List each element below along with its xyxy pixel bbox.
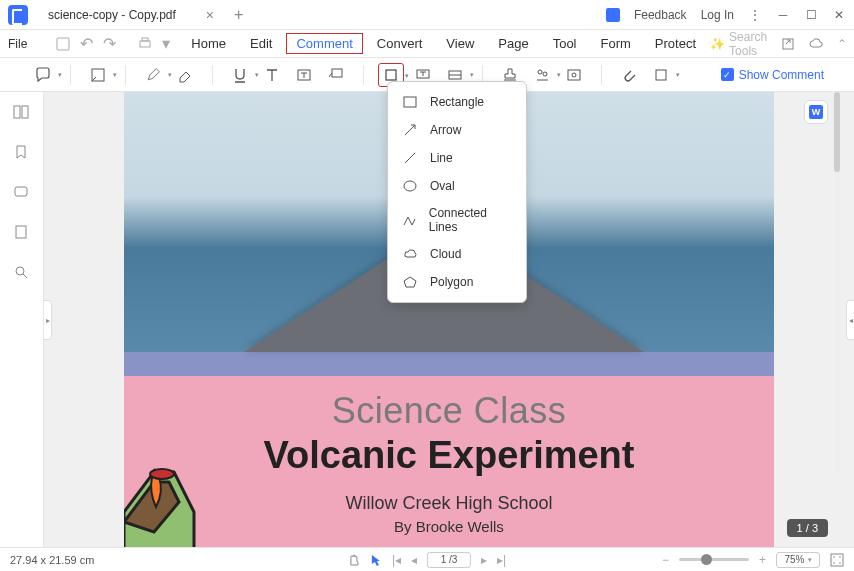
menu-view[interactable]: View bbox=[436, 33, 484, 54]
page-dimensions-label: 27.94 x 21.59 cm bbox=[10, 554, 94, 566]
svg-point-24 bbox=[833, 556, 835, 558]
menu-edit[interactable]: Edit bbox=[240, 33, 282, 54]
cloud-icon[interactable] bbox=[809, 37, 823, 51]
link-tool[interactable] bbox=[561, 63, 587, 87]
menu-comment[interactable]: Comment bbox=[286, 33, 362, 54]
prev-page-icon[interactable]: ◂ bbox=[411, 553, 417, 567]
highlight-tool[interactable] bbox=[85, 63, 111, 87]
svg-rect-16 bbox=[22, 106, 28, 118]
right-panel-handle[interactable]: ◂ bbox=[846, 300, 854, 340]
fit-page-icon[interactable] bbox=[830, 553, 844, 567]
svg-point-19 bbox=[16, 267, 24, 275]
svg-point-13 bbox=[572, 73, 576, 77]
close-tab-icon[interactable]: × bbox=[206, 7, 214, 23]
zoom-slider[interactable] bbox=[679, 558, 749, 561]
svg-rect-18 bbox=[16, 226, 26, 238]
svg-rect-17 bbox=[15, 187, 27, 196]
menu-bar: File ↶ ↷ ▾ Home Edit Comment Convert Vie… bbox=[0, 30, 854, 58]
menu-form[interactable]: Form bbox=[591, 33, 641, 54]
attachment-tool[interactable] bbox=[616, 63, 642, 87]
first-page-icon[interactable]: |◂ bbox=[392, 553, 401, 567]
shapes-dropdown-menu: Rectangle Arrow Line Oval Connected Line… bbox=[387, 81, 527, 303]
svg-rect-7 bbox=[386, 70, 396, 80]
svg-rect-0 bbox=[57, 38, 69, 50]
page-number-input[interactable]: 1 /3 bbox=[427, 552, 471, 568]
hand-tool-icon[interactable] bbox=[348, 554, 360, 566]
svg-point-20 bbox=[150, 469, 174, 479]
menu-home[interactable]: Home bbox=[181, 33, 236, 54]
shape-cloud[interactable]: Cloud bbox=[388, 240, 526, 268]
thumbnails-icon[interactable] bbox=[13, 104, 31, 122]
shape-oval[interactable]: Oval bbox=[388, 172, 526, 200]
search-tools-label: Search Tools bbox=[729, 30, 767, 58]
underline-tool[interactable] bbox=[227, 63, 253, 87]
hide-tool[interactable] bbox=[648, 63, 674, 87]
qat-print-icon[interactable] bbox=[138, 36, 152, 52]
zoom-level-select[interactable]: 75%▾ bbox=[776, 552, 820, 568]
cloud-shape-icon bbox=[402, 246, 418, 262]
app-logo-icon bbox=[8, 5, 28, 25]
status-bar: 27.94 x 21.59 cm |◂ ◂ 1 /3 ▸ ▸| − + 75%▾ bbox=[0, 547, 854, 571]
feedback-icon bbox=[606, 8, 620, 22]
maximize-icon[interactable]: ☐ bbox=[804, 8, 818, 22]
signature-tool[interactable] bbox=[529, 63, 555, 87]
shape-polygon[interactable]: Polygon bbox=[388, 268, 526, 296]
arrow-icon bbox=[402, 122, 418, 138]
document-tab[interactable]: science-copy - Copy.pdf × bbox=[38, 2, 224, 28]
svg-rect-2 bbox=[142, 38, 148, 41]
tab-title: science-copy - Copy.pdf bbox=[48, 8, 176, 22]
last-page-icon[interactable]: ▸| bbox=[497, 553, 506, 567]
search-panel-icon[interactable] bbox=[13, 264, 31, 282]
shape-connected-lines[interactable]: Connected Lines bbox=[388, 200, 526, 240]
menu-tool[interactable]: Tool bbox=[543, 33, 587, 54]
text-tool[interactable] bbox=[259, 63, 285, 87]
shape-rectangle[interactable]: Rectangle bbox=[388, 88, 526, 116]
pencil-tool[interactable] bbox=[140, 63, 166, 87]
checkbox-checked-icon: ✓ bbox=[721, 68, 734, 81]
menu-protect[interactable]: Protect bbox=[645, 33, 706, 54]
svg-rect-23 bbox=[831, 554, 843, 566]
menu-convert[interactable]: Convert bbox=[367, 33, 433, 54]
show-comment-toggle[interactable]: ✓ Show Comment bbox=[721, 68, 824, 82]
comments-panel-icon[interactable] bbox=[13, 184, 31, 202]
minimize-icon[interactable]: ─ bbox=[776, 8, 790, 22]
vertical-scrollbar[interactable] bbox=[834, 92, 840, 472]
next-page-icon[interactable]: ▸ bbox=[481, 553, 487, 567]
qat-redo-icon[interactable]: ↷ bbox=[103, 36, 116, 52]
word-icon: W bbox=[809, 105, 823, 119]
eraser-tool[interactable] bbox=[172, 63, 198, 87]
zoom-in-icon[interactable]: + bbox=[759, 553, 766, 567]
kebab-menu-icon[interactable]: ⋮ bbox=[748, 8, 762, 22]
share-icon[interactable] bbox=[781, 37, 795, 51]
bookmark-icon[interactable] bbox=[13, 144, 31, 162]
textbox-tool[interactable] bbox=[291, 63, 317, 87]
search-tools[interactable]: ✨ Search Tools bbox=[710, 30, 767, 58]
collapse-ribbon-icon[interactable]: ⌃ bbox=[837, 37, 847, 51]
menu-page[interactable]: Page bbox=[488, 33, 538, 54]
left-sidebar bbox=[0, 92, 44, 547]
zoom-out-icon[interactable]: − bbox=[662, 553, 669, 567]
svg-rect-15 bbox=[14, 106, 20, 118]
attachments-panel-icon[interactable] bbox=[13, 224, 31, 242]
rectangle-icon bbox=[402, 94, 418, 110]
shape-arrow[interactable]: Arrow bbox=[388, 116, 526, 144]
file-menu[interactable]: File bbox=[8, 37, 27, 51]
svg-point-10 bbox=[538, 70, 542, 74]
login-link[interactable]: Log In bbox=[701, 8, 734, 22]
qat-undo-icon[interactable]: ↶ bbox=[80, 36, 93, 52]
polygon-icon bbox=[402, 274, 418, 290]
svg-point-25 bbox=[839, 556, 841, 558]
left-panel-handle[interactable]: ▸ bbox=[44, 300, 52, 340]
qat-more-icon[interactable]: ▾ bbox=[162, 36, 170, 52]
qat-save-icon[interactable] bbox=[56, 36, 70, 52]
close-window-icon[interactable]: ✕ bbox=[832, 8, 846, 22]
svg-rect-12 bbox=[568, 70, 580, 80]
word-export-badge[interactable]: W bbox=[804, 100, 828, 124]
add-tab-button[interactable]: + bbox=[234, 6, 243, 24]
note-tool[interactable] bbox=[30, 63, 56, 87]
shape-line[interactable]: Line bbox=[388, 144, 526, 172]
svg-rect-6 bbox=[332, 69, 342, 77]
feedback-link[interactable]: Feedback bbox=[634, 8, 687, 22]
callout-tool[interactable] bbox=[323, 63, 349, 87]
select-tool-icon[interactable] bbox=[370, 554, 382, 566]
